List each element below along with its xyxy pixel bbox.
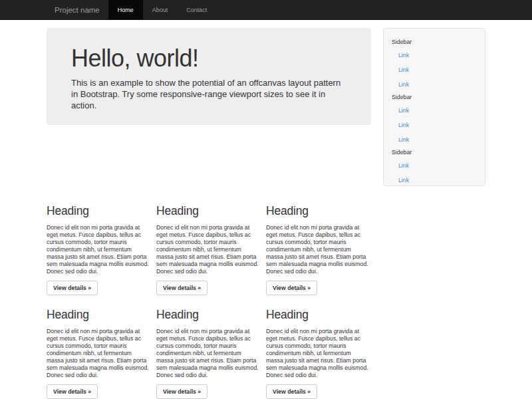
card-heading: Heading [47, 309, 152, 321]
jumbotron-text: This is an example to show the potential… [71, 77, 348, 111]
card-heading: Heading [47, 205, 152, 217]
top-row: Hello, world! This is an example to show… [47, 28, 485, 186]
card-body-text: Donec id elit non mi porta gravida at eg… [47, 328, 150, 379]
view-details-button[interactable]: View details » [156, 281, 207, 295]
jumbotron-heading: Hello, world! [71, 45, 346, 72]
nav-link-contact[interactable]: Contact [177, 0, 216, 20]
navbar: Project name Home About Contact [0, 0, 532, 20]
card-body-text: Donec id elit non mi porta gravida at eg… [266, 328, 370, 379]
card-heading: Heading [156, 309, 261, 321]
page-container: Hello, world! This is an example to show… [47, 28, 485, 399]
card-heading: Heading [156, 205, 261, 217]
card-heading: Heading [266, 309, 371, 321]
navbar-container: Project name Home About Contact [47, 0, 485, 20]
sidebar: Sidebar Link Link Link Sidebar Link Link… [383, 28, 485, 186]
content-card: Heading Donec id elit non mi porta gravi… [266, 309, 371, 399]
sidebar-group-title: Sidebar [392, 37, 479, 48]
card-body-text: Donec id elit non mi porta gravida at eg… [156, 328, 260, 379]
nav-link-about[interactable]: About [143, 0, 178, 20]
card-body-text: Donec id elit non mi porta gravida at eg… [47, 224, 150, 275]
sidebar-link[interactable]: Link [392, 132, 479, 147]
content-card: Heading Donec id elit non mi porta gravi… [156, 205, 261, 295]
card-body-text: Donec id elit non mi porta gravida at eg… [156, 224, 260, 275]
content-card: Heading Donec id elit non mi porta gravi… [47, 309, 152, 399]
content-card: Heading Donec id elit non mi porta gravi… [266, 205, 371, 295]
nav-item-contact[interactable]: Contact [177, 0, 216, 20]
nav-item-home[interactable]: Home [108, 0, 143, 20]
sidebar-group-3: Sidebar Link Link [392, 147, 479, 188]
view-details-button[interactable]: View details » [266, 281, 317, 295]
card-body-text: Donec id elit non mi porta gravida at eg… [266, 224, 370, 275]
view-details-button[interactable]: View details » [266, 384, 317, 399]
view-details-button[interactable]: View details » [47, 281, 98, 295]
sidebar-link[interactable]: Link [392, 63, 479, 77]
card-heading: Heading [266, 205, 371, 217]
sidebar-group-title: Sidebar [392, 147, 479, 158]
cards-row-1: Heading Donec id elit non mi porta gravi… [47, 205, 371, 295]
sidebar-group-1: Sidebar Link Link Link [392, 37, 479, 92]
nav-link-home[interactable]: Home [108, 0, 143, 20]
sidebar-link[interactable]: Link [392, 48, 479, 63]
content-card: Heading Donec id elit non mi porta gravi… [156, 309, 261, 399]
sidebar-link[interactable]: Link [392, 77, 479, 92]
sidebar-link[interactable]: Link [392, 158, 479, 173]
view-details-button[interactable]: View details » [47, 384, 98, 399]
navbar-brand[interactable]: Project name [47, 0, 108, 20]
sidebar-link[interactable]: Link [392, 103, 479, 118]
jumbotron: Hello, world! This is an example to show… [47, 28, 371, 125]
view-details-button[interactable]: View details » [156, 384, 207, 399]
sidebar-link[interactable]: Link [392, 173, 479, 188]
sidebar-group-2: Sidebar Link Link Link [392, 92, 479, 147]
sidebar-group-title: Sidebar [392, 92, 479, 103]
cards-row-2: Heading Donec id elit non mi porta gravi… [47, 309, 371, 399]
nav-item-about[interactable]: About [143, 0, 178, 20]
content-card: Heading Donec id elit non mi porta gravi… [47, 205, 152, 295]
sidebar-link[interactable]: Link [392, 118, 479, 132]
navbar-menu: Home About Contact [108, 0, 217, 20]
